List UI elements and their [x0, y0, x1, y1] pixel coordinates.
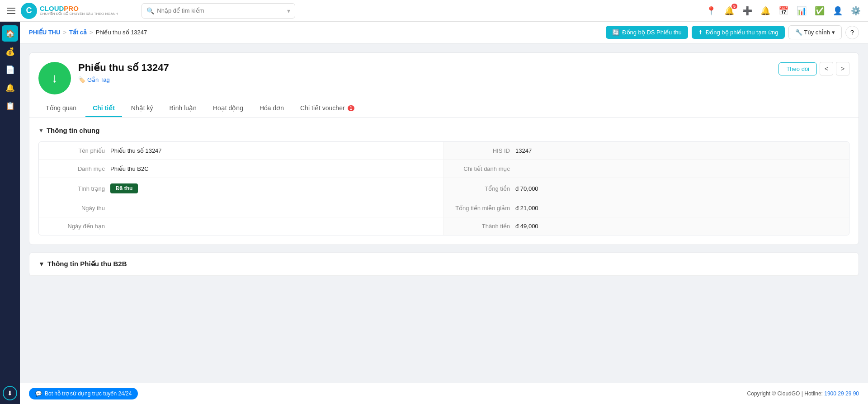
logo-text: CLOUDPRO CHUYỂN ĐỔI SỐ CHUYÊN SÂU THEO N… — [40, 5, 118, 16]
page-title: Phiếu thu số 13247 — [78, 62, 771, 74]
tab-nhat-ky[interactable]: Nhật ký — [124, 100, 160, 117]
info-row-1: Tên phiếu Phiếu thu số 13247 HIS ID 1324… — [39, 142, 849, 160]
sidebar-item-document[interactable]: 📄 — [2, 61, 18, 78]
section-b2b-header: ▼ Thông tin Phiếu thu B2B — [29, 253, 859, 276]
breadcrumb-sep1: > — [63, 29, 66, 36]
tab-binh-luan[interactable]: Bình luận — [162, 100, 204, 117]
search-icon: 🔍 — [146, 7, 154, 14]
status-badge: Đã thu — [110, 183, 138, 193]
sync-icon: 🔄 — [612, 29, 619, 36]
sync-temp-button[interactable]: ⬆ Đồng bộ phiếu thu tạm ứng — [692, 26, 785, 39]
main-card: ↓ Phiếu thu số 13247 🏷️ Gắn Tag Theo dõi… — [29, 52, 859, 245]
breadcrumb-sep2: > — [90, 29, 93, 36]
breadcrumb: PHIẾU THU > Tất cả > Phiếu thu số 13247 — [29, 29, 600, 36]
info-cell-ngay-den-han: Ngày đến hạn — [39, 217, 444, 235]
customize-button[interactable]: 🔧 Tùy chỉnh ▾ — [788, 25, 842, 39]
tag-icon: 🏷️ — [78, 76, 85, 83]
sidebar-item-home[interactable]: 🏠 — [2, 25, 18, 42]
section-title-chung: ▼ Thông tin chung — [38, 127, 849, 134]
user-nav-icon[interactable]: 👤 — [833, 6, 843, 16]
add-nav-icon[interactable]: ➕ — [742, 6, 752, 16]
info-cell-danh-muc: Danh mục Phiếu thu B2C — [39, 160, 444, 178]
upload-icon: ⬆ — [698, 29, 703, 36]
sidebar-item-download[interactable]: ⬇ — [3, 386, 17, 400]
hamburger-button[interactable] — [7, 8, 15, 14]
tabs-bar: Tổng quan Chi tiết Nhật ký Bình luận Hoạ… — [29, 100, 859, 117]
section-b2b-title: Thông tin Phiếu thu B2B — [47, 260, 127, 268]
action-buttons: 🔄 Đồng bộ DS Phiếu thu ⬆ Đồng bộ phiếu t… — [606, 25, 859, 39]
chart-nav-icon[interactable]: 📊 — [797, 6, 807, 16]
top-nav: C CLOUDPRO CHUYỂN ĐỔI SỐ CHUYÊN SÂU THEO… — [0, 0, 868, 22]
megaphone-nav-icon[interactable]: 🔔 5 — [724, 6, 734, 16]
sidebar-item-report[interactable]: 📋 — [2, 98, 18, 114]
content-area: ↓ Phiếu thu số 13247 🏷️ Gắn Tag Theo dõi… — [20, 43, 868, 292]
sidebar-item-money[interactable]: 💰 — [2, 43, 18, 60]
hotline-link[interactable]: 1900 29 29 90 — [824, 390, 859, 397]
info-cell-chi-tiet-danh-muc: Chi tiết danh mục — [444, 160, 849, 178]
action-bar: PHIẾU THU > Tất cả > Phiếu thu số 13247 … — [20, 22, 868, 43]
prev-button[interactable]: < — [820, 62, 833, 75]
chevron-down-icon: ▾ — [832, 29, 835, 36]
breadcrumb-all[interactable]: Tất cả — [69, 29, 87, 36]
sidebar: 🏠 💰 📄 🔔 📋 ⬇ — [0, 22, 20, 404]
footer-copyright: Copyright © CloudGO | Hotline: 1900 29 2… — [747, 390, 859, 397]
dropdown-icon: ▾ — [287, 7, 290, 14]
tab-chi-tiet[interactable]: Chi tiết — [85, 100, 122, 117]
section-card-b2b: ▼ Thông tin Phiếu thu B2B — [29, 252, 859, 276]
download-avatar-icon: ↓ — [52, 71, 58, 85]
sync-list-button[interactable]: 🔄 Đồng bộ DS Phiếu thu — [606, 26, 688, 39]
logo: C CLOUDPRO CHUYỂN ĐỔI SỐ CHUYÊN SÂU THEO… — [21, 3, 118, 19]
info-cell-tong-tien: Tổng tiền đ 70,000 — [444, 178, 849, 199]
wrench-icon: 🔧 — [795, 29, 802, 36]
info-cell-thanh-tien: Thành tiền đ 49,000 — [444, 217, 849, 235]
card-nav-buttons: Theo dõi < > — [778, 62, 849, 75]
logo-icon: C — [21, 3, 37, 19]
calendar-nav-icon[interactable]: 📅 — [778, 6, 788, 16]
section-b2b-collapse-icon[interactable]: ▼ — [38, 260, 45, 268]
nav-icons: 📍 🔔 5 ➕ 🔔 📅 📊 ✅ 👤 ⚙️ — [706, 6, 861, 16]
tab-hoa-don[interactable]: Hóa đơn — [252, 100, 291, 117]
search-box: 🔍 ▾ — [142, 3, 295, 19]
sidebar-item-bell[interactable]: 🔔 — [2, 80, 18, 96]
info-cell-tong-tien-mien-giam: Tổng tiền miễn giảm đ 21,000 — [444, 199, 849, 217]
tab-hoat-dong[interactable]: Hoạt động — [206, 100, 250, 117]
info-cell-his-id: HIS ID 13247 — [444, 142, 849, 160]
chat-icon: 💬 — [35, 390, 42, 397]
info-row-5: Ngày đến hạn Thành tiền đ 49,000 — [39, 217, 849, 235]
section-thong-tin-chung: ▼ Thông tin chung Tên phiếu Phiếu thu số… — [29, 117, 859, 244]
tag-link[interactable]: 🏷️ Gắn Tag — [78, 76, 771, 83]
info-cell-ngay-thu: Ngày thu — [39, 199, 444, 217]
gear-nav-icon[interactable]: ⚙️ — [851, 6, 861, 16]
tab-tong-quan[interactable]: Tổng quan — [38, 100, 84, 117]
section-collapse-icon[interactable]: ▼ — [38, 127, 44, 134]
help-button[interactable]: ? — [845, 26, 859, 39]
footer: 💬 Bot hỗ trợ sử dụng trực tuyến 24/24 Co… — [20, 383, 868, 404]
breadcrumb-root[interactable]: PHIẾU THU — [29, 29, 60, 36]
main-content: PHIẾU THU > Tất cả > Phiếu thu số 13247 … — [20, 22, 868, 404]
info-grid-chung: Tên phiếu Phiếu thu số 13247 HIS ID 1324… — [38, 141, 849, 235]
info-row-3: Tình trạng Đã thu Tổng tiền đ 70,000 — [39, 178, 849, 199]
tab-chi-tiet-voucher[interactable]: Chi tiết voucher 1 — [293, 100, 362, 117]
info-cell-ten-phieu: Tên phiếu Phiếu thu số 13247 — [39, 142, 444, 160]
search-input[interactable] — [157, 7, 284, 14]
avatar: ↓ — [38, 62, 71, 94]
card-title-area: Phiếu thu số 13247 🏷️ Gắn Tag — [78, 62, 771, 83]
theo-doi-button[interactable]: Theo dõi — [778, 62, 817, 75]
checkbox-nav-icon[interactable]: ✅ — [815, 6, 825, 16]
next-button[interactable]: > — [836, 62, 849, 75]
location-nav-icon[interactable]: 📍 — [706, 6, 716, 16]
card-header: ↓ Phiếu thu số 13247 🏷️ Gắn Tag Theo dõi… — [29, 53, 859, 100]
info-row-2: Danh mục Phiếu thu B2C Chi tiết danh mục — [39, 160, 849, 178]
info-row-4: Ngày thu Tổng tiền miễn giảm đ 21,000 — [39, 199, 849, 217]
chat-support-button[interactable]: 💬 Bot hỗ trợ sử dụng trực tuyến 24/24 — [29, 388, 138, 399]
breadcrumb-current: Phiếu thu số 13247 — [96, 29, 147, 36]
bell-nav-icon[interactable]: 🔔 — [760, 6, 770, 16]
info-cell-tinh-trang: Tình trạng Đã thu — [39, 178, 444, 199]
voucher-badge: 1 — [348, 105, 355, 111]
notification-badge: 5 — [731, 4, 737, 9]
